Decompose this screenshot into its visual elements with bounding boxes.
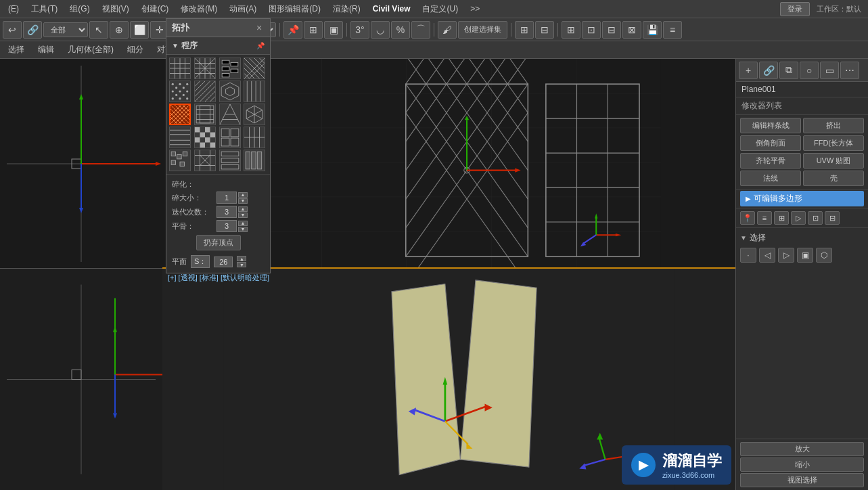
pattern-cell-12[interactable]	[244, 104, 265, 125]
sel-edge[interactable]: ◁	[759, 248, 775, 263]
pattern-cell-6[interactable]	[194, 81, 216, 102]
sub-subdiv[interactable]: 细分	[122, 43, 149, 57]
percent-tool[interactable]: %	[391, 21, 410, 39]
pattern-cell-17[interactable]	[169, 150, 191, 171]
topo-size-down[interactable]: ▼	[238, 198, 248, 204]
grid-tool1[interactable]: ⊞	[515, 21, 534, 39]
menu-e[interactable]: (E)	[3, 3, 24, 15]
extra-btn[interactable]: ≡	[663, 21, 682, 39]
menu-more[interactable]: >>	[465, 3, 485, 15]
topo-smooth-down[interactable]: ▼	[238, 227, 248, 232]
rp-more-btn[interactable]: ⋯	[840, 62, 859, 79]
rt-pin[interactable]: 📍	[740, 211, 755, 225]
sel-border[interactable]: ▷	[778, 248, 794, 263]
mod-uvw[interactable]: UVW 贴图	[803, 153, 864, 169]
pattern-cell-20[interactable]	[244, 150, 265, 171]
pattern-cell-3[interactable]	[219, 58, 241, 79]
select-tool[interactable]: ↖	[89, 21, 108, 39]
user-login-button[interactable]: 登录	[780, 2, 810, 16]
undo-button[interactable]: ↩	[3, 21, 22, 39]
pattern-cell-1[interactable]	[169, 58, 191, 79]
pattern-cell-9-selected[interactable]	[169, 104, 191, 125]
topo-discard-button[interactable]: 扔弃顶点	[196, 235, 241, 250]
vp2-standard[interactable]: [标准]	[200, 273, 219, 282]
mod-extrude[interactable]: 挤出	[803, 118, 864, 133]
menu-modifier[interactable]: 修改器(M)	[175, 2, 223, 16]
select-header[interactable]: ▼ 选择	[740, 231, 864, 245]
clone-tool[interactable]: ▣	[324, 21, 343, 39]
align-tool[interactable]: ⊞	[304, 21, 323, 39]
sub-select[interactable]: 选择	[3, 43, 30, 57]
angle-tool[interactable]: 3°	[350, 21, 369, 39]
viewport-perspective[interactable]: [+] [透视] [标准] [默认明暗处理]	[162, 269, 735, 490]
sub-edit[interactable]: 编辑	[32, 43, 60, 57]
grid4c-btn[interactable]: ⊟	[602, 21, 621, 39]
pattern-cell-11[interactable]	[219, 104, 241, 125]
topo-iter-down[interactable]: ▼	[238, 213, 248, 218]
zoom-in-btn[interactable]: 放大	[740, 442, 864, 456]
rect-select[interactable]: ⬜	[130, 21, 149, 39]
arc-tool[interactable]: ⌒	[411, 21, 430, 39]
topo-plane-down[interactable]: ▼	[237, 262, 246, 267]
rt-wire[interactable]: ≡	[757, 211, 772, 225]
menu-render[interactable]: 渲染(R)	[327, 2, 366, 16]
pattern-cell-18[interactable]	[194, 150, 216, 171]
vp2-persp[interactable]: [透视]	[179, 273, 198, 282]
menu-tools[interactable]: 工具(T)	[26, 2, 63, 16]
mod-edit-spline[interactable]: 编辑样条线	[740, 118, 801, 133]
rt-uvw[interactable]: ⊞	[774, 211, 789, 225]
left-viewport-top[interactable]	[0, 59, 162, 269]
pattern-cell-2[interactable]	[194, 58, 216, 79]
mod-ffd[interactable]: FFD(长方体	[803, 135, 864, 151]
topo-program-arrow[interactable]: ▼	[172, 42, 179, 49]
menu-custom[interactable]: 自定义(U)	[417, 2, 463, 16]
topo-plane-value[interactable]	[214, 257, 233, 267]
pattern-cell-8[interactable]	[244, 81, 265, 102]
topo-close-button[interactable]: ×	[254, 22, 265, 33]
viewport-select-btn[interactable]: 视图选择	[740, 473, 864, 487]
create-selection-btn[interactable]: 创建选择集	[458, 21, 507, 39]
pattern-cell-7[interactable]	[219, 81, 241, 102]
zoom-out-btn[interactable]: 缩小	[740, 458, 864, 472]
mod-bevel-profile[interactable]: 倒角剖面	[740, 135, 801, 151]
left-viewport-bottom[interactable]	[0, 269, 162, 490]
topo-size-up[interactable]: ▲	[238, 192, 248, 198]
rt-anim[interactable]: ▷	[791, 211, 806, 225]
save-btn[interactable]: 💾	[643, 21, 662, 39]
pattern-cell-19[interactable]	[219, 150, 241, 171]
sel-vertex[interactable]: ·	[740, 248, 756, 263]
menu-view[interactable]: 视图(V)	[97, 2, 135, 16]
sel-poly[interactable]: ▣	[797, 248, 813, 263]
pattern-cell-10[interactable]	[194, 104, 216, 125]
grid-tool2[interactable]: ⊟	[535, 21, 554, 39]
menu-graph-editor[interactable]: 图形编辑器(D)	[263, 2, 326, 16]
rp-rect-btn[interactable]: ▭	[820, 62, 839, 79]
pattern-cell-14[interactable]	[194, 127, 216, 148]
snap-tool[interactable]: 📌	[283, 21, 302, 39]
brush-tool[interactable]: 🖌	[438, 21, 457, 39]
menu-civil-view[interactable]: Civil View	[367, 3, 416, 15]
curve-tool[interactable]: ◡	[371, 21, 390, 39]
topo-plane-up[interactable]: ▲	[237, 256, 246, 261]
sub-geometry[interactable]: 几何体(全部)	[62, 43, 119, 57]
mod-turbosmooth[interactable]: 齐轮平骨	[740, 153, 801, 169]
pattern-cell-16[interactable]	[244, 127, 265, 148]
rp-link-btn[interactable]: 🔗	[759, 62, 778, 79]
topo-smooth-up[interactable]: ▲	[238, 221, 248, 226]
mod-shell[interactable]: 壳	[803, 171, 864, 186]
grid4d-btn[interactable]: ⊠	[622, 21, 641, 39]
menu-create[interactable]: 创建(C)	[136, 2, 175, 16]
rt-export[interactable]: ⊟	[825, 211, 840, 225]
topo-size-input[interactable]	[216, 192, 237, 204]
grid4-btn[interactable]: ⊞	[562, 21, 580, 39]
menu-group[interactable]: 组(G)	[64, 2, 95, 16]
viewport-persp-label[interactable]: [+] [透视] [标准] [默认明暗处理]	[168, 273, 269, 283]
move-tool[interactable]: ⊕	[110, 21, 129, 39]
pattern-cell-4[interactable]	[244, 58, 265, 79]
rp-copy-btn[interactable]: ⧉	[779, 62, 798, 79]
pattern-cell-13[interactable]	[169, 127, 191, 148]
rp-circle-btn[interactable]: ○	[800, 62, 819, 79]
topo-smooth-input[interactable]	[216, 220, 237, 232]
menu-anim[interactable]: 动画(A)	[224, 2, 262, 16]
rt-graph[interactable]: ⊡	[808, 211, 823, 225]
